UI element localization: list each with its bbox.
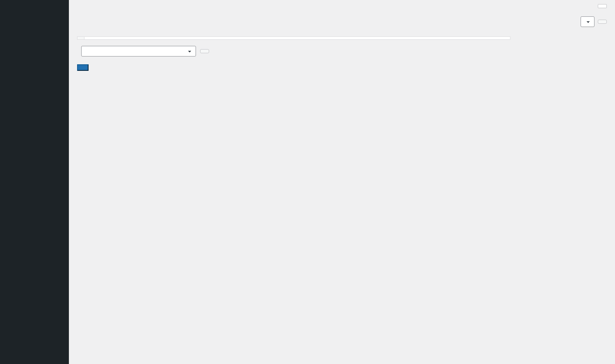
lookup-button[interactable] bbox=[200, 49, 209, 53]
main-content bbox=[69, 0, 615, 364]
line-gutter bbox=[77, 37, 84, 39]
theme-select-button[interactable] bbox=[598, 20, 607, 24]
documentation-select[interactable] bbox=[81, 46, 196, 57]
code-lines[interactable] bbox=[84, 37, 510, 39]
admin-sidebar bbox=[0, 0, 69, 364]
update-file-button[interactable] bbox=[77, 64, 89, 71]
help-button[interactable] bbox=[598, 4, 607, 8]
theme-select[interactable] bbox=[581, 16, 594, 27]
code-editor[interactable] bbox=[77, 36, 510, 40]
